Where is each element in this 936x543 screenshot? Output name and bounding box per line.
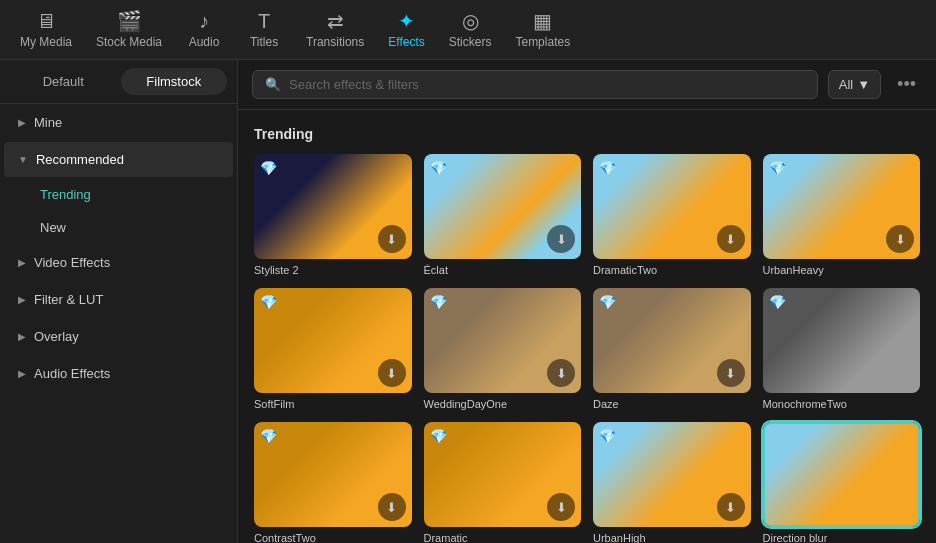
download-button[interactable]: ⬇ — [547, 225, 575, 253]
sidebar-item-recommended[interactable]: ▼ Recommended — [4, 142, 233, 177]
stickers-icon: ◎ — [462, 11, 479, 31]
gem-icon: 💎 — [260, 160, 277, 176]
sidebar-subitem-new[interactable]: New — [4, 212, 233, 243]
download-button[interactable]: ⬇ — [547, 493, 575, 521]
gem-icon: 💎 — [769, 294, 786, 310]
templates-icon: ▦ — [533, 11, 552, 31]
download-button[interactable]: ⬇ — [717, 225, 745, 253]
tab-default[interactable]: Default — [10, 68, 117, 95]
nav-my-media[interactable]: 🖥 My Media — [8, 5, 84, 55]
effect-thumb-softfilm: 💎⬇ — [254, 288, 412, 393]
effect-card-urbanhigh[interactable]: 💎⬇UrbanHigh — [593, 422, 751, 543]
effect-label-directionblur: Direction blur — [763, 532, 921, 543]
sidebar-item-audio-effects[interactable]: ▶ Audio Effects — [4, 356, 233, 391]
effect-card-dramatictwo[interactable]: 💎⬇DramaticTwo — [593, 154, 751, 276]
sidebar-tabs: Default Filmstock — [0, 60, 237, 104]
effect-thumb-dramatictwo: 💎⬇ — [593, 154, 751, 259]
nav-transitions[interactable]: ⇄ Transitions — [294, 5, 376, 55]
effect-thumb-eclat: 💎⬇ — [424, 154, 582, 259]
sidebar-item-video-effects[interactable]: ▶ Video Effects — [4, 245, 233, 280]
effect-label-styliste2: Styliste 2 — [254, 264, 412, 276]
nav-stickers[interactable]: ◎ Stickers — [437, 5, 504, 55]
gem-icon: 💎 — [430, 428, 447, 444]
download-button[interactable]: ⬇ — [378, 359, 406, 387]
download-button[interactable]: ⬇ — [378, 493, 406, 521]
nav-effects[interactable]: ✦ Effects — [376, 5, 436, 55]
nav-templates[interactable]: ▦ Templates — [503, 5, 582, 55]
gem-icon: 💎 — [599, 160, 616, 176]
download-button[interactable]: ⬇ — [378, 225, 406, 253]
download-button[interactable]: ⬇ — [547, 359, 575, 387]
gem-icon: 💎 — [260, 294, 277, 310]
section-title: Trending — [254, 126, 920, 142]
effect-label-contrasttwo: ContrastTwo — [254, 532, 412, 543]
effect-card-daze[interactable]: 💎⬇Daze — [593, 288, 751, 410]
transitions-icon: ⇄ — [327, 11, 344, 31]
titles-icon: T — [258, 11, 270, 31]
gem-icon: 💎 — [599, 294, 616, 310]
download-button[interactable]: ⬇ — [886, 225, 914, 253]
effect-label-dramatic: Dramatic — [424, 532, 582, 543]
effect-label-eclat: Éclat — [424, 264, 582, 276]
effect-card-styliste2[interactable]: 💎⬇Styliste 2 — [254, 154, 412, 276]
effect-thumb-urbanheavy: 💎⬇ — [763, 154, 921, 259]
effect-thumb-styliste2: 💎⬇ — [254, 154, 412, 259]
my-media-icon: 🖥 — [36, 11, 56, 31]
effect-thumb-weddingdayone: 💎⬇ — [424, 288, 582, 393]
effect-card-eclat[interactable]: 💎⬇Éclat — [424, 154, 582, 276]
effect-thumb-monochrome: 💎 — [763, 288, 921, 393]
gem-icon: 💎 — [599, 428, 616, 444]
effect-card-urbanheavy[interactable]: 💎⬇UrbanHeavy — [763, 154, 921, 276]
effect-label-urbanheavy: UrbanHeavy — [763, 264, 921, 276]
chevron-right-icon-4: ▶ — [18, 331, 26, 342]
audio-icon: ♪ — [199, 11, 209, 31]
gem-icon: 💎 — [430, 160, 447, 176]
sidebar-item-filter-lut[interactable]: ▶ Filter & LUT — [4, 282, 233, 317]
chevron-right-icon-3: ▶ — [18, 294, 26, 305]
effects-icon: ✦ — [398, 11, 415, 31]
effect-card-contrasttwo[interactable]: 💎⬇ContrastTwo — [254, 422, 412, 543]
sidebar-item-mine[interactable]: ▶ Mine — [4, 105, 233, 140]
sidebar-item-overlay[interactable]: ▶ Overlay — [4, 319, 233, 354]
effect-thumb-daze: 💎⬇ — [593, 288, 751, 393]
chevron-right-icon-2: ▶ — [18, 257, 26, 268]
chevron-down-icon: ▼ — [857, 77, 870, 92]
effect-card-softfilm[interactable]: 💎⬇SoftFilm — [254, 288, 412, 410]
filter-dropdown[interactable]: All ▼ — [828, 70, 881, 99]
effect-label-urbanhigh: UrbanHigh — [593, 532, 751, 543]
effect-card-dramatic[interactable]: 💎⬇Dramatic — [424, 422, 582, 543]
effect-card-directionblur[interactable]: Direction blur — [763, 422, 921, 543]
sidebar-subitem-trending[interactable]: Trending — [4, 179, 233, 210]
download-button[interactable]: ⬇ — [717, 493, 745, 521]
effect-card-monochrome[interactable]: 💎MonochromeTwo — [763, 288, 921, 410]
effect-label-dramatictwo: DramaticTwo — [593, 264, 751, 276]
effect-thumb-dramatic: 💎⬇ — [424, 422, 582, 527]
gem-icon: 💎 — [260, 428, 277, 444]
chevron-right-icon-5: ▶ — [18, 368, 26, 379]
effects-scroll-area[interactable]: Trending 💎⬇Styliste 2💎⬇Éclat💎⬇DramaticTw… — [238, 110, 936, 543]
effect-thumb-directionblur — [763, 422, 921, 527]
content-header: 🔍 All ▼ ••• — [238, 60, 936, 110]
nav-titles[interactable]: T Titles — [234, 5, 294, 55]
nav-audio[interactable]: ♪ Audio — [174, 5, 234, 55]
nav-stock-media[interactable]: 🎬 Stock Media — [84, 5, 174, 55]
search-bar[interactable]: 🔍 — [252, 70, 818, 99]
gem-icon: 💎 — [430, 294, 447, 310]
effect-label-softfilm: SoftFilm — [254, 398, 412, 410]
effect-card-weddingdayone[interactable]: 💎⬇WeddingDayOne — [424, 288, 582, 410]
effect-label-weddingdayone: WeddingDayOne — [424, 398, 582, 410]
gem-icon: 💎 — [769, 160, 786, 176]
stock-media-icon: 🎬 — [117, 11, 142, 31]
effect-label-monochrome: MonochromeTwo — [763, 398, 921, 410]
more-options-button[interactable]: ••• — [891, 70, 922, 99]
search-input[interactable] — [289, 77, 805, 92]
chevron-right-icon: ▶ — [18, 117, 26, 128]
tab-filmstock[interactable]: Filmstock — [121, 68, 228, 95]
top-navigation: 🖥 My Media 🎬 Stock Media ♪ Audio T Title… — [0, 0, 936, 60]
effect-thumb-contrasttwo: 💎⬇ — [254, 422, 412, 527]
effect-label-daze: Daze — [593, 398, 751, 410]
chevron-down-icon: ▼ — [18, 154, 28, 165]
download-button[interactable]: ⬇ — [717, 359, 745, 387]
effects-grid: 💎⬇Styliste 2💎⬇Éclat💎⬇DramaticTwo💎⬇UrbanH… — [254, 154, 920, 543]
main-area: Default Filmstock ▶ Mine ▼ Recommended T… — [0, 60, 936, 543]
